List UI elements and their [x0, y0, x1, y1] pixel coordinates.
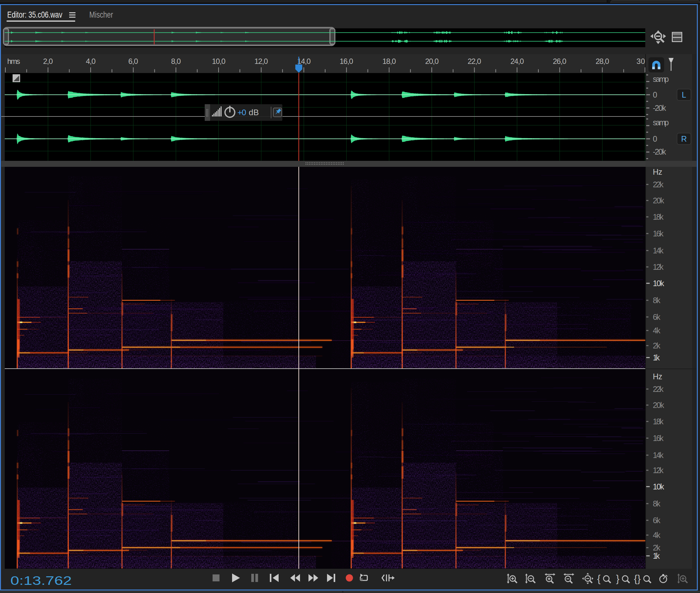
svg-text:22,0: 22,0 — [468, 57, 481, 66]
svg-text:18k: 18k — [653, 417, 664, 426]
svg-text:1k: 1k — [653, 551, 660, 560]
svg-text:10k: 10k — [653, 482, 664, 491]
svg-text:+0: +0 — [237, 108, 246, 117]
svg-text:14k: 14k — [653, 451, 664, 460]
svg-text:2k: 2k — [653, 341, 661, 350]
svg-text:-20k: -20k — [653, 147, 666, 156]
svg-text:4,0: 4,0 — [86, 57, 96, 66]
svg-text:Hz: Hz — [653, 167, 662, 176]
svg-text:}: } — [616, 573, 619, 584]
svg-text:16k: 16k — [653, 229, 664, 238]
svg-text:1k: 1k — [653, 353, 660, 362]
svg-text:samp: samp — [653, 118, 669, 127]
svg-text:18k: 18k — [653, 212, 664, 221]
svg-text:22k: 22k — [653, 180, 664, 189]
svg-text:6k: 6k — [653, 313, 661, 321]
svg-text:{}: {} — [634, 573, 641, 584]
svg-text:8k: 8k — [653, 296, 661, 305]
svg-text:20,0: 20,0 — [425, 57, 439, 66]
svg-text:28,0: 28,0 — [596, 57, 609, 66]
svg-text:6k: 6k — [653, 516, 661, 525]
svg-text:samp: samp — [653, 75, 669, 83]
svg-text:{: { — [597, 573, 601, 584]
svg-text:hms: hms — [7, 57, 20, 66]
svg-text:22k: 22k — [653, 385, 664, 393]
svg-text:30: 30 — [637, 57, 645, 66]
svg-text:20k: 20k — [653, 196, 664, 205]
svg-text:8,0: 8,0 — [171, 57, 181, 66]
svg-text:12k: 12k — [653, 466, 664, 475]
svg-text:10,0: 10,0 — [212, 57, 225, 66]
svg-text:12,0: 12,0 — [254, 57, 268, 66]
svg-text:16k: 16k — [653, 434, 664, 442]
svg-text:8k: 8k — [653, 499, 661, 508]
svg-text:L: L — [682, 90, 686, 99]
svg-text:18,0: 18,0 — [382, 57, 396, 66]
svg-text:2k: 2k — [653, 543, 661, 552]
svg-text:10k: 10k — [653, 279, 664, 288]
svg-text:dB: dB — [249, 108, 259, 117]
svg-text:14k: 14k — [653, 246, 664, 255]
svg-text:16,0: 16,0 — [340, 57, 353, 66]
svg-text:6,0: 6,0 — [128, 57, 138, 66]
svg-text:-20k: -20k — [653, 104, 666, 112]
svg-text:12k: 12k — [653, 263, 664, 271]
svg-text:20k: 20k — [653, 401, 664, 409]
svg-text:24,0: 24,0 — [510, 57, 524, 66]
svg-text:0: 0 — [653, 134, 657, 143]
svg-text:26,0: 26,0 — [553, 57, 566, 66]
svg-text:4k: 4k — [653, 531, 661, 540]
svg-text:0: 0 — [653, 90, 657, 99]
svg-text:2,0: 2,0 — [43, 57, 53, 66]
svg-text:Hz: Hz — [653, 372, 662, 381]
svg-text:R: R — [681, 134, 687, 143]
svg-text:4k: 4k — [653, 326, 661, 335]
